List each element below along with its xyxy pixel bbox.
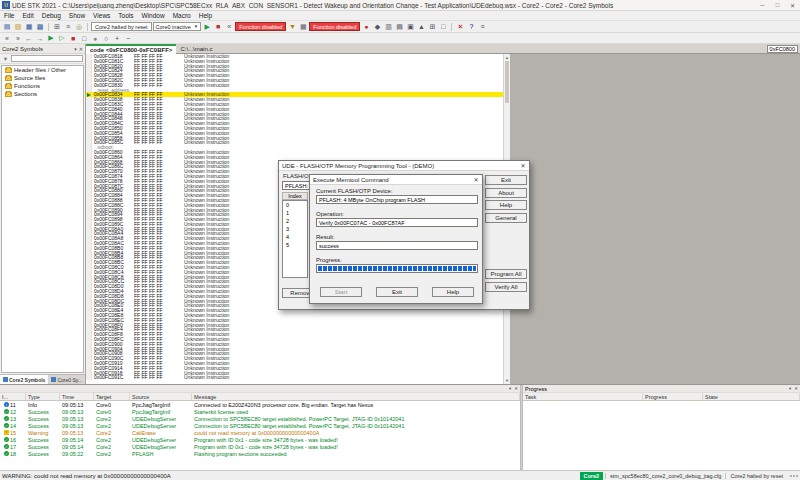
resize-grip[interactable] — [790, 475, 798, 477]
index-item-2[interactable]: 2 — [283, 217, 307, 225]
function-disabled-button-1[interactable]: Function disabled — [235, 22, 286, 31]
index-item-0[interactable]: 0 — [283, 201, 307, 209]
log-row-12[interactable]: ✓12Success09:05:13Core0PpcJtagTargIntfSt… — [0, 408, 520, 415]
menu-item-help[interactable]: Help — [195, 12, 216, 19]
pin-icon[interactable]: ▾ — [74, 46, 77, 52]
log-row-14[interactable]: ✓14Success09:05:13Core2UDEDebugServerCon… — [0, 422, 520, 429]
back-icon[interactable]: « — [2, 33, 12, 43]
index-item-5[interactable]: 5 — [283, 241, 307, 249]
run-icon[interactable]: ▶ — [202, 22, 212, 32]
operation-value-field[interactable]: Verify 0x00FC07AC - 0x00FC87AF — [316, 218, 478, 227]
memory-icon[interactable]: ▦ — [298, 22, 308, 32]
help-button[interactable]: Help — [485, 200, 527, 210]
menu-item-edit[interactable]: Edit — [18, 12, 37, 19]
code-row[interactable]: 0x00FC091CFF FF FF FFUnknown Instruction — [86, 375, 503, 380]
list-tool-icon[interactable]: ≡ — [477, 22, 487, 32]
core-select-combo[interactable]: Core0 inactive▼ — [153, 22, 202, 31]
result-value-field[interactable]: success — [316, 241, 478, 250]
close-panel-icon[interactable]: ✕ — [79, 46, 83, 52]
workspace-icon[interactable]: ⊞ — [52, 22, 62, 32]
about-button[interactable]: About — [485, 188, 527, 198]
trace-icon[interactable]: ▲ — [416, 22, 426, 32]
tree-item-sections[interactable]: Sections — [2, 90, 83, 98]
menu-item-show[interactable]: Show — [65, 12, 89, 19]
minimize-icon[interactable]: ─ — [755, 0, 770, 11]
menu-item-debug[interactable]: Debug — [38, 12, 65, 19]
close-tool-icon[interactable]: ✕ — [455, 22, 465, 32]
peripherals-icon[interactable]: ⊞ — [427, 22, 437, 32]
tab-icon — [51, 377, 56, 382]
log-row-13[interactable]: ✓13Success09:05:13Core2UDEDebugServerCon… — [0, 415, 520, 422]
code-gutter[interactable] — [86, 375, 92, 380]
symbols-icon[interactable]: ≡ — [63, 22, 73, 32]
tab-main-c[interactable]: C:\...\main.c — [176, 44, 216, 54]
symbols-filter-input[interactable] — [11, 55, 83, 62]
general-button[interactable]: General — [485, 213, 527, 223]
maximize-icon[interactable]: □ — [770, 0, 785, 11]
progress-menu-icon[interactable]: ▾ — [789, 386, 791, 391]
scrollbar-thumb[interactable] — [505, 61, 509, 103]
log-row-15[interactable]: !15Warning09:05:13Core2CaliErasecould no… — [0, 429, 520, 436]
reset-icon[interactable]: « — [224, 22, 234, 32]
tab-code-window[interactable]: code <0xFC0800-0xFC0BFF> — [86, 44, 176, 54]
verify-all-button[interactable]: Verify All — [485, 282, 527, 292]
frame-icon[interactable]: □ — [79, 33, 89, 43]
registers-icon[interactable]: ▥ — [383, 22, 393, 32]
tree-item-header-files-other[interactable]: Header files / Other — [2, 66, 83, 74]
breakpoint-icon[interactable]: ● — [361, 22, 371, 32]
index-item-4[interactable]: 4 — [283, 233, 307, 241]
address-input[interactable]: 0xFC0800 — [767, 45, 798, 53]
success-icon: ✓ — [4, 416, 9, 421]
menu-item-macro[interactable]: Macro — [169, 12, 195, 19]
watch-icon[interactable]: ◆ — [372, 22, 382, 32]
log-row-16[interactable]: ✓16Success09:05:14Core2UDEDebugServerPro… — [0, 436, 520, 443]
new-file-icon[interactable]: ▤ — [2, 22, 12, 32]
save-all-icon[interactable]: ▩ — [35, 22, 45, 32]
add-icon[interactable]: + — [112, 33, 122, 43]
log-row-18[interactable]: ✓18Success09:05:22Core2PFLASHFlashing pr… — [0, 450, 520, 457]
help-button[interactable]: Help — [432, 287, 474, 297]
help-tool-icon[interactable]: ? — [466, 22, 476, 32]
exit-button[interactable]: Exit — [376, 287, 418, 297]
menu-item-tools[interactable]: Tools — [114, 12, 137, 19]
circle-icon[interactable]: ○ — [101, 33, 111, 43]
step-over-icon[interactable]: ▷ — [57, 33, 67, 43]
tree-item-source-files[interactable]: Source files — [2, 74, 83, 82]
right-icon[interactable]: → — [35, 33, 45, 43]
filter-icon[interactable]: ▼ — [2, 55, 9, 62]
index-item-1[interactable]: 1 — [283, 209, 307, 217]
program-all-button[interactable]: Program All — [485, 269, 527, 279]
step-into-icon[interactable]: ▶ — [46, 33, 56, 43]
remove-icon[interactable]: − — [123, 33, 133, 43]
close-icon[interactable]: ✕ — [517, 161, 529, 171]
disassembly-icon[interactable]: ▤ — [394, 22, 404, 32]
forward-icon[interactable]: » — [13, 33, 23, 43]
halt-icon[interactable]: ■ — [68, 33, 78, 43]
log-close-icon[interactable]: ✕ — [514, 386, 518, 391]
stop-icon[interactable]: ■ — [213, 22, 223, 32]
log-row-17[interactable]: ✓17Success09:05:14Core2UDEDebugServerPro… — [0, 443, 520, 450]
exit-button[interactable]: Exit — [485, 175, 527, 185]
symbols-tab-1[interactable]: Core0 Sy... — [48, 375, 85, 384]
menu-item-views[interactable]: Views — [89, 12, 114, 19]
flash-program-icon[interactable]: ▼ — [287, 22, 297, 32]
open-folder-icon[interactable]: ▨ — [13, 22, 23, 32]
left-icon[interactable]: ← — [24, 33, 34, 43]
menu-item-file[interactable]: File — [0, 12, 18, 19]
device-value-field[interactable]: PFLASH: 4 MByte OnChip program FLASH — [316, 195, 478, 204]
function-disabled-button-2[interactable]: Function disabled — [309, 22, 360, 31]
console-icon[interactable]: □ — [438, 22, 448, 32]
close-icon[interactable]: ✕ — [470, 175, 482, 185]
log-row-11[interactable]: i11Info09:05:13Core0PpcJtagTargIntfConne… — [0, 401, 520, 408]
menu-item-window[interactable]: Window — [138, 12, 169, 19]
save-icon[interactable]: ▦ — [24, 22, 34, 32]
tree-item-functions[interactable]: Functions — [2, 82, 83, 90]
symbols-tab-0[interactable]: Core2 Symbols — [0, 375, 48, 384]
variables-icon[interactable]: ▣ — [405, 22, 415, 32]
close-icon[interactable]: ✕ — [785, 0, 800, 11]
progress-close-icon[interactable]: ✕ — [794, 386, 798, 391]
index-item-3[interactable]: 3 — [283, 225, 307, 233]
log-menu-icon[interactable]: ▾ — [509, 386, 511, 391]
record-icon[interactable]: ● — [90, 33, 100, 43]
target-icon[interactable]: ◎ — [74, 22, 84, 32]
